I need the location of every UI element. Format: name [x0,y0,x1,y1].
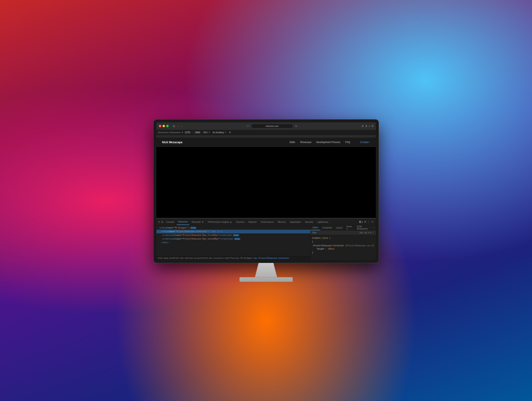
styles-filter-bar: Filter .hov .cls + ⎘ ⋮ [310,231,376,235]
throttle-dropdown-icon: ▼ [225,131,226,133]
share-icon[interactable]: ⬆ [365,125,367,128]
attr-val-first-row: "ProjectShowcase-Row_firstRow" [182,234,219,236]
attr-class-3: class= [174,234,182,236]
dom-breakpoints: DOM Breakpoints › [355,225,376,230]
tag-open: <div [161,227,166,229]
dock-icon[interactable]: ⊡ [158,220,160,224]
tab-recorder[interactable]: Recorder ▼ [190,219,206,225]
devtools-icon-bar: ⓵ 1 ⚙ ⋮ ✕ [359,220,374,223]
back-button[interactable]: ‹ [177,124,179,128]
width-value: 2770 [185,131,190,134]
breadcrumb-section-cta[interactable]: section.projectsCta [185,257,208,259]
dom-breakpoints-arrow[interactable]: › [373,227,374,229]
refresh-icon[interactable]: ↻ [294,124,298,128]
nav-showcase[interactable]: Showcase [300,141,311,144]
attr-val-container: "ProjectShowcase-Container" [175,230,208,233]
attr-val-second-row: "ProjectShowcase-Row_secondRow" [182,238,220,240]
sidebar-toggle-icon[interactable]: ⊞ [172,124,176,128]
element-style-rule: element.style { } [312,236,374,243]
showcase-source[interactable]: ProjectShowcase.css:12 [347,245,374,247]
url-display[interactable]: nickmez.com [252,124,293,128]
tab-layout[interactable]: Layout [334,225,344,230]
tab-application[interactable]: Application [288,219,303,225]
new-tab-icon[interactable]: + [369,125,370,128]
styles-panel: Styles Computed Layout Event L DOM Break… [310,225,376,260]
element-row-showcase-container[interactable]: ▼ <div class= "ProjectShowcase-Container… [156,230,310,233]
element-row-div-close: </div> [156,241,310,245]
tab-computed[interactable]: Computed [320,225,334,230]
devtools-close-icon[interactable]: ✕ [371,220,373,223]
elements-panel: ▼ <div class= "PS-Wrapper" > flex ▼ [156,225,310,256]
devtools-panel: ⊡ ☰ Console Elements Recorder ▼ Performa… [156,219,376,260]
device-toggle-icon[interactable]: ☰ [161,220,164,224]
breadcrumb-body[interactable]: body [164,257,169,259]
cls-toggle[interactable]: .cls [364,232,367,234]
ruler [156,135,376,138]
devtools-more-icon[interactable]: ⋮ [368,220,370,223]
zoom-dropdown-icon: ▼ [208,131,210,133]
nav-faq[interactable]: FAQ [345,141,350,144]
ruler-marks [157,135,375,138]
tab-security[interactable]: Security [303,219,315,225]
browser-controls: ⊞ ‹ › [172,124,183,128]
tab-event-listeners[interactable]: Event L [344,225,355,230]
breadcrumb-div[interactable]: div [180,257,184,259]
filter-input[interactable] [317,232,358,234]
tabs-icon[interactable]: ⧉ [372,124,373,128]
breadcrumb-html[interactable]: html [158,257,163,259]
arrow-icon-3: ▶ [163,234,164,236]
devtools-tabs: ⊡ ☰ Console Elements Recorder ▼ Performa… [156,219,376,225]
showcase-closing: } [312,252,313,254]
height-input[interactable]: 1848 [194,131,201,134]
tab-elements[interactable]: Elements [177,219,189,225]
minimize-button[interactable] [163,125,165,127]
dimensions-dropdown-icon[interactable]: ▼ [181,131,184,134]
nav-development-process[interactable]: Development Process [316,141,340,144]
arrow-icon-2: ▼ [161,231,162,233]
nav-contact[interactable]: Contact › [360,141,370,144]
element-row-ps-wrapper[interactable]: ▼ <div class= "PS-Wrapper" > flex [156,226,310,230]
showcase-selector: .ProjectShowcase-Container { [312,245,347,247]
height-property: height [315,248,324,250]
throttle-control[interactable]: No throttling ▼ [213,131,226,134]
tab-sources[interactable]: Sources [234,219,246,225]
attr-class-2: class= [168,230,175,233]
dom-breakpoints-label[interactable]: DOM Breakpoints [357,225,372,230]
settings-icon[interactable]: ⚙ [229,131,231,134]
hov-toggle[interactable]: .hov [359,232,363,234]
height-value: 100vh; [328,248,335,250]
tag-open-2: <div [163,230,168,233]
nav-skills[interactable]: Skills [289,141,295,144]
close-button[interactable] [159,125,161,127]
copy-icon[interactable]: ⎘ [370,232,371,234]
monitor-inner: ⊞ ‹ › 🛡 nickmez.com ↻ ⚙ ⬆ + ⧉ Dime [156,122,376,260]
devtools-settings-count: ⓵ 1 [359,221,363,223]
filter-more-icon[interactable]: ⋮ [372,232,374,234]
element-row-second-row[interactable]: ▶ <section class= "ProjectShowcase-Row_s… [156,237,310,241]
breadcrumb-ps-wrapper[interactable]: div.PS-Wrapper [236,257,253,259]
devtools-gear-icon[interactable]: ⚙ [364,220,366,223]
tab-lighthouse[interactable]: Lighthouse [316,219,330,225]
equals-sign: == ≠ [217,231,222,233]
tab-performance[interactable]: Performance [259,219,275,225]
breadcrumb-div-overflow[interactable]: div.projects-overflow [209,257,234,259]
breadcrumb-showcase-container[interactable]: div.ProjectShowcase-Container [254,257,289,259]
tab-styles[interactable]: Styles [310,225,320,230]
tab-memory[interactable]: Memory [276,219,288,225]
dimensions-input[interactable]: 2770 [184,131,191,134]
tag-section-close-1: ></section> [219,234,232,236]
forward-button[interactable]: › [180,124,182,128]
nav-links: Skills Showcase Development Process FAQ … [289,141,370,144]
extensions-icon[interactable]: ⚙ [361,125,364,128]
maximize-button[interactable] [166,125,169,127]
tab-console[interactable]: Console [164,219,176,225]
tag-close-2: > [208,230,210,233]
zoom-control[interactable]: 50% ▼ [203,131,210,134]
breadcrumb-divroot[interactable]: div#root [170,257,179,259]
add-rule-icon[interactable]: + [368,231,369,234]
tab-network[interactable]: Network [247,219,258,225]
tab-performance-insights[interactable]: Performance insights ▲ [206,219,234,225]
element-row-first-row[interactable]: ▶ <section class= "ProjectShowcase-Row_f… [156,233,310,237]
tag-section-1: <section [164,234,174,236]
devtools-toolbar: Dimensions: Responsive ▼ 2770 × 1848 50%… [156,130,376,135]
